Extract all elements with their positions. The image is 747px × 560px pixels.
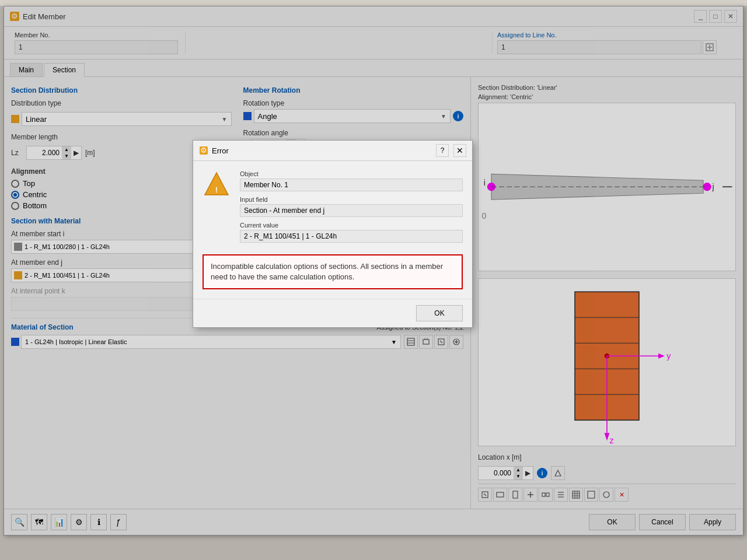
dialog-help-btn[interactable]: ? xyxy=(436,144,449,157)
svg-text:⚙: ⚙ xyxy=(200,146,207,155)
object-value: Member No. 1 xyxy=(240,178,463,191)
current-value-label: Current value xyxy=(240,222,463,229)
dialog-top: ! Object Member No. 1 Input field Sectio… xyxy=(203,170,463,247)
current-value-group: Current value 2 - R_M1 100/451 | 1 - GL2… xyxy=(240,222,463,243)
warning-icon: ! xyxy=(203,170,231,198)
dialog-app-icon: ⚙ xyxy=(199,146,208,155)
dialog-ok-button[interactable]: OK xyxy=(416,305,463,321)
dialog-title-text: Error xyxy=(212,146,229,155)
input-field-label: Input field xyxy=(240,196,463,203)
current-value-value: 2 - R_M1 100/451 | 1 - GL24h xyxy=(240,230,463,243)
dialog-close-btn[interactable]: ✕ xyxy=(453,144,466,157)
error-dialog: ⚙ Error ? ✕ ! xyxy=(193,140,473,328)
svg-text:!: ! xyxy=(215,186,218,194)
dialog-overlay: ⚙ Error ? ✕ ! xyxy=(0,6,747,560)
dialog-footer: OK xyxy=(193,299,472,327)
object-label: Object xyxy=(240,170,463,177)
input-field-group: Input field Section - At member end j xyxy=(240,196,463,217)
object-field: Object Member No. 1 xyxy=(240,170,463,191)
dialog-controls: ? ✕ xyxy=(436,144,466,157)
dialog-content: ! Object Member No. 1 Input field Sectio… xyxy=(193,161,472,299)
dialog-titlebar: ⚙ Error ? ✕ xyxy=(193,141,472,161)
error-message-text: Incompatible calculation options of sect… xyxy=(211,262,443,281)
input-field-value: Section - At member end j xyxy=(240,204,463,217)
error-message-box: Incompatible calculation options of sect… xyxy=(203,254,463,289)
dialog-fields: Object Member No. 1 Input field Section … xyxy=(240,170,463,247)
dialog-title-left: ⚙ Error xyxy=(199,146,229,155)
